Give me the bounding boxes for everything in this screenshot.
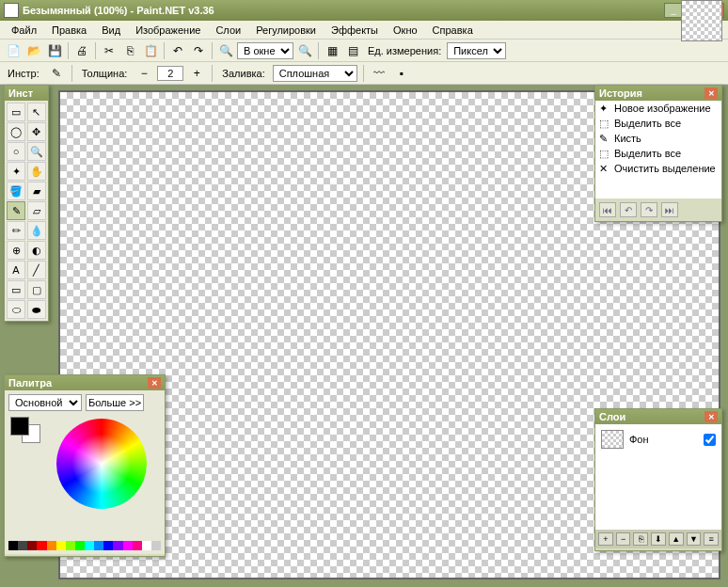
pan-tool[interactable]: ✋ bbox=[27, 162, 46, 181]
menu-Справка[interactable]: Справка bbox=[425, 23, 481, 38]
current-tool-icon[interactable]: ✎ bbox=[47, 64, 66, 83]
brush-tool[interactable]: ✎ bbox=[7, 201, 25, 220]
zoom-select[interactable]: В окне bbox=[237, 42, 293, 59]
line-tool[interactable]: ╱ bbox=[27, 261, 46, 279]
copy-button[interactable]: ⎘ bbox=[120, 41, 139, 60]
cut-button[interactable]: ✂ bbox=[100, 41, 119, 60]
layer-up-button[interactable]: ▲ bbox=[669, 532, 684, 546]
rrect-tool[interactable]: ▢ bbox=[27, 280, 46, 299]
menu-Файл[interactable]: Файл bbox=[4, 23, 44, 38]
color-swatch[interactable] bbox=[142, 541, 151, 550]
grid-button[interactable]: ▦ bbox=[323, 41, 341, 60]
open-button[interactable]: 📂 bbox=[24, 41, 43, 60]
menu-Правка[interactable]: Правка bbox=[44, 23, 94, 38]
undo-button[interactable]: ↶ bbox=[168, 41, 187, 60]
text-tool[interactable]: A bbox=[7, 261, 25, 279]
palette-close-button[interactable]: ✕ bbox=[148, 377, 161, 389]
fill-label: Заливка: bbox=[218, 68, 268, 79]
color-swatch[interactable] bbox=[94, 541, 103, 550]
menu-Изображение[interactable]: Изображение bbox=[128, 23, 208, 38]
wand-tool[interactable]: ✦ bbox=[7, 162, 25, 181]
unit-select[interactable]: Пиксел bbox=[447, 42, 506, 59]
color-swatch[interactable] bbox=[27, 541, 37, 550]
bucket-tool[interactable]: 🪣 bbox=[7, 182, 25, 200]
menu-Слои[interactable]: Слои bbox=[208, 23, 248, 38]
layer-dup-button[interactable]: ⎘ bbox=[633, 532, 648, 546]
minimize-button[interactable]: _ bbox=[664, 3, 683, 18]
pencil-tool[interactable]: ✏ bbox=[7, 221, 25, 240]
color-swatch[interactable] bbox=[113, 541, 122, 550]
color-swatch[interactable] bbox=[103, 541, 113, 550]
picker-tool[interactable]: 💧 bbox=[27, 221, 46, 240]
width-input[interactable] bbox=[157, 66, 183, 81]
history-redo-button[interactable]: ↷ bbox=[641, 202, 657, 217]
layer-merge-button[interactable]: ⬇ bbox=[651, 532, 666, 546]
history-first-button[interactable]: ⏮ bbox=[599, 202, 616, 217]
layer-item[interactable]: Фон bbox=[599, 428, 718, 451]
color-swatch[interactable] bbox=[47, 541, 56, 550]
history-item[interactable]: ⬚Выделить все bbox=[595, 116, 721, 131]
ruler-button[interactable]: ▤ bbox=[343, 41, 362, 60]
zoom-in-icon[interactable]: 🔍 bbox=[295, 41, 314, 60]
layer-del-button[interactable]: − bbox=[616, 532, 631, 546]
menu-Вид[interactable]: Вид bbox=[94, 23, 128, 38]
color-swatch[interactable] bbox=[8, 541, 18, 550]
new-button[interactable]: 📄 bbox=[4, 41, 23, 60]
save-button[interactable]: 💾 bbox=[45, 41, 64, 60]
color-swatch[interactable] bbox=[37, 541, 46, 550]
history-item[interactable]: ✦Новое изображение bbox=[595, 101, 721, 116]
lasso-tool[interactable]: ◯ bbox=[7, 122, 25, 141]
color-wheel[interactable] bbox=[56, 419, 147, 509]
move-select-tool[interactable]: ✥ bbox=[27, 122, 46, 141]
history-undo-button[interactable]: ↶ bbox=[620, 202, 637, 217]
ellipse-select-tool[interactable]: ○ bbox=[7, 142, 25, 161]
width-plus-button[interactable]: + bbox=[187, 64, 206, 83]
eraser-tool[interactable]: ▱ bbox=[27, 201, 46, 220]
menu-Окно[interactable]: Окно bbox=[386, 23, 425, 38]
rect-select-tool[interactable]: ▭ bbox=[7, 103, 25, 121]
antialias-button[interactable]: 〰 bbox=[370, 64, 388, 83]
width-label: Толщина: bbox=[78, 68, 132, 79]
freeform-tool[interactable]: ⬬ bbox=[27, 300, 46, 319]
blend-button[interactable]: ▪ bbox=[392, 64, 411, 83]
zoom-out-icon[interactable]: 🔍 bbox=[216, 41, 235, 60]
layer-add-button[interactable]: + bbox=[598, 532, 613, 546]
primary-color[interactable] bbox=[10, 417, 29, 436]
clone-tool[interactable]: ⊕ bbox=[7, 241, 25, 260]
doc-thumbnail[interactable] bbox=[681, 0, 722, 41]
layer-visible-checkbox[interactable] bbox=[704, 434, 716, 446]
color-mode-select[interactable]: Основной bbox=[8, 394, 82, 411]
color-swatch[interactable] bbox=[85, 541, 94, 550]
ellipse-tool[interactable]: ⬭ bbox=[7, 300, 25, 319]
color-swatches[interactable] bbox=[10, 417, 40, 443]
history-close-button[interactable]: ✕ bbox=[704, 87, 718, 99]
paste-button[interactable]: 📋 bbox=[141, 41, 160, 60]
zoom-tool[interactable]: 🔍 bbox=[27, 142, 46, 161]
fill-select[interactable]: Сплошная bbox=[273, 65, 357, 82]
menu-Регулировки[interactable]: Регулировки bbox=[248, 23, 324, 38]
menu-Эффекты[interactable]: Эффекты bbox=[324, 23, 386, 38]
gradient-tool[interactable]: ▰ bbox=[27, 182, 46, 200]
history-item[interactable]: ⬚Выделить все bbox=[595, 146, 721, 161]
color-swatch[interactable] bbox=[56, 541, 66, 550]
more-button[interactable]: Больше >> bbox=[86, 394, 144, 411]
color-swatch[interactable] bbox=[151, 541, 161, 550]
redo-button[interactable]: ↷ bbox=[189, 41, 208, 60]
color-swatch[interactable] bbox=[66, 541, 75, 550]
color-swatch[interactable] bbox=[18, 541, 27, 550]
layer-down-button[interactable]: ▼ bbox=[687, 532, 702, 546]
recolor-tool[interactable]: ◐ bbox=[27, 241, 46, 260]
history-item[interactable]: ✎Кисть bbox=[595, 131, 721, 146]
color-swatch[interactable] bbox=[133, 541, 142, 550]
history-last-button[interactable]: ⏭ bbox=[661, 202, 678, 217]
width-minus-button[interactable]: − bbox=[135, 64, 153, 83]
layer-props-button[interactable]: ≡ bbox=[704, 532, 719, 546]
layers-close-button[interactable]: ✕ bbox=[704, 411, 718, 422]
color-swatch[interactable] bbox=[123, 541, 133, 550]
print-button[interactable]: 🖨 bbox=[72, 41, 91, 60]
color-swatch[interactable] bbox=[75, 541, 85, 550]
rect-tool[interactable]: ▭ bbox=[7, 280, 25, 299]
move-tool[interactable]: ↖ bbox=[27, 103, 46, 121]
history-panel: История✕ ✦Новое изображение⬚Выделить все… bbox=[594, 85, 722, 222]
history-item[interactable]: ✕Очистить выделение bbox=[595, 161, 721, 176]
